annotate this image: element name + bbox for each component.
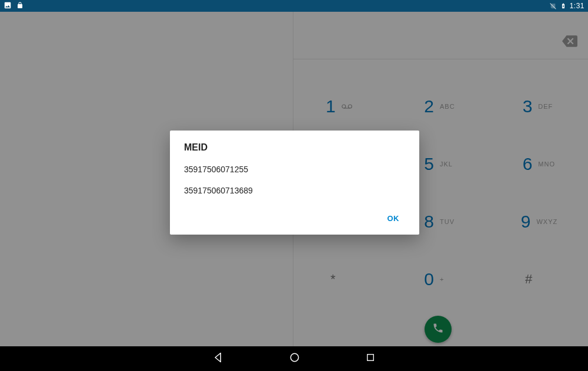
meid-value-2: 359175060713689 — [184, 186, 405, 195]
nav-back-button[interactable] — [212, 352, 224, 366]
nav-home-button[interactable] — [289, 352, 300, 366]
battery-icon — [560, 2, 566, 10]
lock-icon — [16, 1, 24, 11]
ok-button[interactable]: OK — [382, 209, 406, 228]
no-sim-icon — [549, 2, 557, 10]
status-bar: 1:31 — [0, 0, 588, 12]
meid-dialog: MEID 35917506071255 359175060713689 OK — [170, 131, 419, 235]
screenshot-icon — [4, 1, 12, 11]
status-clock: 1:31 — [570, 2, 584, 10]
svg-rect-3 — [368, 355, 374, 361]
meid-value-1: 35917506071255 — [184, 165, 405, 174]
nav-recents-button[interactable] — [365, 352, 376, 365]
dialog-title: MEID — [184, 142, 405, 153]
navigation-bar — [0, 346, 588, 371]
svg-point-2 — [290, 353, 298, 361]
